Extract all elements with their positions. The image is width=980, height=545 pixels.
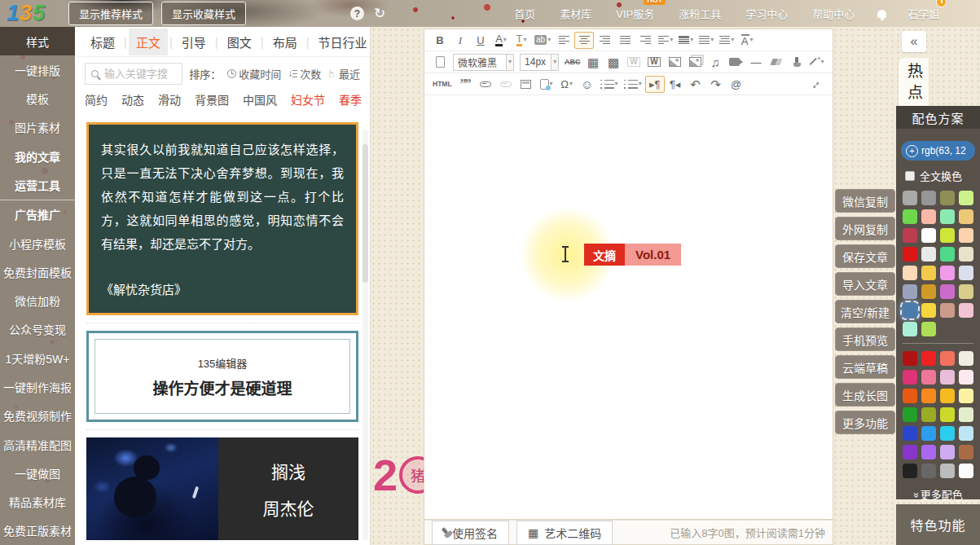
ordered-list-icon[interactable]: ▾ [598, 76, 621, 93]
video-icon[interactable] [726, 54, 745, 71]
content-badge[interactable]: 文摘 Vol.01 [584, 244, 681, 266]
indent-icon[interactable] [635, 32, 655, 49]
help-icon[interactable]: ? [350, 7, 364, 20]
full-text-recolor-checkbox[interactable]: 全文换色 [905, 168, 980, 183]
color-swatch[interactable] [921, 407, 936, 422]
filter-4[interactable]: 中国风 [243, 91, 277, 108]
color-swatch[interactable] [903, 389, 917, 403]
color-swatch[interactable] [940, 464, 955, 478]
sidebar-item-4[interactable]: 我的文章 [0, 142, 75, 170]
color-swatch[interactable] [959, 266, 973, 280]
sidebar-item-7[interactable]: 小程序模板 [0, 229, 75, 257]
color-swatch[interactable] [903, 266, 917, 280]
tab-3[interactable]: 图文 [220, 29, 259, 55]
text-over-image-icon[interactable] [516, 76, 536, 93]
sidebar-item-11[interactable]: 1天增粉5W+ [0, 344, 75, 372]
style-card-brand[interactable]: 135编辑器 操作方便才是硬道理 [86, 331, 358, 422]
color-swatch[interactable] [903, 322, 917, 336]
nav-item-5[interactable]: 帮助中心 [812, 6, 855, 21]
color-swatch[interactable] [921, 266, 936, 280]
html-source-icon[interactable]: HTML [430, 76, 455, 93]
sidebar-item-2[interactable]: 模板 [0, 85, 75, 113]
filter-0[interactable]: 简约 [85, 91, 108, 108]
color-swatch[interactable] [959, 209, 973, 224]
color-swatch[interactable] [921, 370, 936, 385]
color-swatch[interactable] [940, 247, 955, 262]
line-height-icon[interactable]: ▾ [697, 32, 716, 49]
color-swatch[interactable] [959, 228, 973, 243]
rtl-paragraph-icon[interactable]: ¶◂ [666, 76, 685, 93]
color-swatch[interactable] [940, 389, 955, 403]
template-insert-icon[interactable]: ▾ [537, 76, 556, 93]
color-swatch[interactable] [940, 426, 955, 441]
color-swatch[interactable] [940, 266, 955, 280]
magic-wand-icon[interactable]: ▾ [807, 54, 827, 71]
music-icon[interactable]: ♫ [705, 54, 725, 71]
nav-item-1[interactable]: 素材库 [560, 6, 591, 21]
sidebar-item-5[interactable]: 运营工具 [0, 170, 75, 200]
user-menu[interactable]: 石学姐 [907, 6, 939, 21]
scrollbar-thumb[interactable] [363, 144, 368, 283]
align-justify-icon[interactable] [615, 32, 635, 49]
font-family-select[interactable]: 微软雅黑▾ [453, 54, 514, 71]
color-swatch[interactable] [921, 426, 936, 441]
filter-1[interactable]: 动态 [121, 91, 144, 108]
text-bg-color-icon[interactable]: T▾ [512, 32, 531, 49]
fullscreen-icon[interactable]: ↕ [807, 76, 827, 93]
show-favorites-button[interactable]: 显示收藏样式 [161, 2, 246, 25]
paragraph-spacing-icon[interactable]: ▾ [717, 32, 736, 49]
featured-functions-bar[interactable]: 特色功能 [896, 504, 980, 545]
tab-4[interactable]: 布局 [266, 29, 305, 55]
color-swatch[interactable] [940, 191, 955, 205]
color-swatch[interactable] [959, 191, 973, 205]
search-input-field[interactable] [103, 67, 176, 81]
action-button-5[interactable]: 手机预览 [835, 327, 895, 351]
color-swatch[interactable] [940, 303, 955, 318]
color-swatch[interactable] [921, 284, 936, 299]
action-button-4[interactable]: 清空/新建 [835, 300, 895, 323]
action-button-3[interactable]: 导入文章 [835, 272, 895, 296]
tab-1[interactable]: 正文 [129, 29, 168, 55]
art-qrcode-button[interactable]: ▦ 艺术二维码 [516, 521, 613, 545]
sidebar-item-17[interactable]: 免费正版素材 [0, 516, 75, 545]
color-swatch[interactable] [903, 351, 917, 366]
align-left-icon[interactable] [554, 32, 573, 49]
color-swatch[interactable] [940, 351, 955, 366]
notification-bell-icon[interactable] [877, 10, 886, 18]
nav-item-2[interactable]: VIP服务HOT [616, 6, 654, 21]
image-gallery-icon[interactable] [685, 54, 705, 71]
sidebar-item-13[interactable]: 免费视频制作 [0, 402, 75, 430]
nav-item-3[interactable]: 涨粉工具 [679, 6, 721, 21]
color-swatch[interactable] [959, 389, 973, 403]
strikethrough-icon[interactable]: ABC [562, 54, 582, 71]
action-button-6[interactable]: 云端草稿 [835, 355, 895, 379]
margin-top-icon[interactable]: ▾ [676, 32, 696, 49]
emoji-icon[interactable]: ☺ [578, 76, 597, 93]
ltr-paragraph-icon[interactable]: ▸¶ [645, 76, 665, 93]
color-swatch[interactable] [903, 426, 917, 441]
image-icon[interactable] [665, 54, 684, 71]
sidebar-item-10[interactable]: 公众号变现 [0, 315, 75, 344]
color-swatch[interactable] [903, 464, 917, 478]
editor-canvas[interactable]: 文摘 Vol.01 [424, 95, 833, 517]
inline-bg-icon[interactable]: ab▾ [532, 32, 553, 49]
custom-color-button[interactable]: + rgb(63, 12 [901, 141, 975, 160]
redo-icon[interactable]: ↷ [706, 76, 726, 93]
link-icon[interactable] [476, 76, 495, 93]
color-swatch[interactable] [903, 407, 917, 422]
color-swatch[interactable] [959, 303, 973, 318]
outdent-icon[interactable]: ▾ [656, 32, 675, 49]
action-button-7[interactable]: 生成长图 [835, 383, 895, 407]
color-swatch[interactable] [903, 445, 917, 459]
unordered-list-icon[interactable]: ▾ [622, 76, 644, 93]
color-swatch[interactable] [903, 303, 917, 318]
filter-5[interactable]: 妇女节 [291, 91, 325, 108]
app-logo[interactable]: 135 [7, 0, 68, 29]
action-button-2[interactable]: 保存文章 [835, 244, 895, 268]
color-swatch[interactable] [921, 209, 936, 224]
style-card-song[interactable]: 搁浅 周杰伦 [86, 437, 358, 540]
color-swatch[interactable] [921, 191, 936, 205]
unlink-icon[interactable] [496, 76, 516, 93]
tab-5[interactable]: 节日行业 [311, 29, 371, 55]
align-center-icon[interactable] [574, 32, 594, 49]
